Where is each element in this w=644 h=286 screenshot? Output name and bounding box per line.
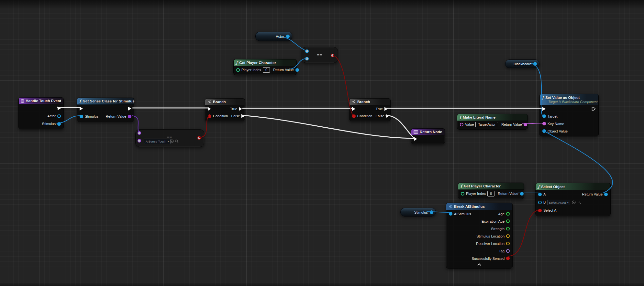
pin-label-a: A [543, 192, 546, 196]
collapse-node-chevron[interactable] [477, 263, 482, 266]
expiration-age-output-pin[interactable] [506, 219, 510, 223]
exec-in-pin[interactable] [80, 107, 83, 111]
target-input-pin[interactable] [542, 114, 546, 118]
node-subtitle: Target is Blackboard Component [542, 100, 596, 104]
class-input-b-pin[interactable] [138, 139, 141, 143]
node-header: ƒ Get Player Character [458, 183, 524, 190]
false-exec-out-pin[interactable] [241, 114, 245, 118]
b-input-pin[interactable] [538, 201, 542, 204]
stimulus-output-pin[interactable] [430, 210, 433, 214]
true-exec-out-pin[interactable] [239, 107, 242, 111]
receiver-location-output-pin[interactable] [506, 242, 510, 245]
node-equals-class[interactable]: == AISense Touch ▾ [135, 129, 204, 147]
age-output-pin[interactable] [506, 212, 510, 216]
exec-out-pin[interactable] [128, 107, 131, 111]
variable-label: Stimulus [414, 210, 428, 214]
node-title: Handle Touch Event [26, 99, 61, 103]
node-blackboard-variable[interactable]: Blackboard [505, 59, 539, 68]
player-index-input-pin[interactable] [236, 68, 240, 72]
node-get-player-character-top[interactable]: ƒ Get Player Character Player Index 0 Re… [233, 59, 297, 75]
exec-out-pin[interactable] [58, 106, 61, 110]
exec-in-pin[interactable] [414, 137, 417, 141]
class-select-value: AISense Touch [146, 140, 166, 143]
node-header: ƒ Get Player Character [234, 59, 296, 66]
node-get-sense-class-for-stimulus[interactable]: ƒ Get Sense Class for Stimulus Stimulus … [77, 98, 134, 122]
asset-select-dropdown[interactable]: Select Asset ▾ [547, 200, 570, 205]
node-title: Get Player Character [464, 184, 501, 188]
pin-label-false: False [375, 114, 384, 118]
pin-label-return-value: Return Value [498, 192, 518, 196]
chevron-down-icon: ▾ [168, 140, 169, 143]
node-select-object[interactable]: ƒ Select Object A Return Value B Select … [535, 183, 611, 216]
stimulus-input-pin[interactable] [80, 115, 83, 118]
actor-output-pin[interactable] [286, 35, 290, 38]
browse-asset-icon[interactable] [577, 200, 581, 204]
node-handle-touch-event[interactable]: Handle Touch Event Actor Stimulus [18, 97, 64, 129]
node-equals-object[interactable]: == [302, 47, 338, 63]
exec-in-pin[interactable] [352, 107, 355, 111]
successfully-sensed-output-pin[interactable] [506, 257, 510, 260]
browse-asset-icon[interactable] [175, 139, 179, 143]
function-icon: ƒ [538, 185, 539, 189]
aistimulus-input-pin[interactable] [449, 212, 452, 216]
pin-label-target: Target [548, 114, 558, 118]
return-value-output-pin[interactable] [520, 192, 524, 196]
exec-in-pin[interactable] [208, 107, 211, 111]
node-get-player-character-bottom[interactable]: ƒ Get Player Character Player Index 0 Re… [458, 183, 524, 199]
wire-sensed-to-selecta[interactable] [508, 210, 539, 256]
chevron-down-icon: ▾ [567, 201, 569, 204]
node-header: ƒ Select Object [536, 183, 610, 190]
node-branch-1[interactable]: Branch True Condition False [205, 98, 245, 121]
select-a-input-pin[interactable] [538, 209, 542, 212]
return-value-output-pin[interactable] [604, 193, 608, 196]
a-input-pin[interactable] [538, 193, 542, 196]
use-selected-icon[interactable] [170, 139, 174, 143]
use-selected-icon[interactable] [572, 200, 576, 204]
node-header: Break AIStimulus [446, 203, 512, 210]
node-title: Select Object [541, 185, 565, 189]
node-break-aistimulus[interactable]: Break AIStimulus AIStimulus Age Expirati… [446, 203, 513, 269]
name-value-field[interactable]: TargetActor [475, 122, 498, 127]
class-select-dropdown[interactable]: AISense Touch ▾ [144, 139, 171, 144]
condition-input-pin[interactable] [208, 114, 211, 118]
stimulus-location-output-pin[interactable] [506, 234, 510, 238]
pin-label-return-value: Return Value [273, 68, 294, 72]
node-actor-variable[interactable]: Actor [255, 32, 292, 41]
node-return-node[interactable]: Return Node [411, 128, 445, 144]
false-exec-out-pin[interactable] [386, 114, 389, 118]
equals-operator: == [167, 134, 172, 139]
node-make-literal-name[interactable]: ƒ Make Literal Name Value TargetActor Re… [457, 114, 528, 130]
node-set-value-as-object[interactable]: ƒ Set Value as Object Target is Blackboa… [539, 94, 599, 136]
pin-label-aistimulus: AIStimulus [454, 212, 471, 216]
blueprint-graph-canvas[interactable]: Handle Touch Event Actor Stimulus ƒ Get … [0, 0, 644, 286]
actor-output-pin[interactable] [57, 114, 61, 118]
return-value-output-pin[interactable] [524, 123, 527, 126]
node-title: Set Value as Object [545, 96, 580, 100]
pin-label-tag: Tag [499, 249, 505, 253]
condition-input-pin[interactable] [352, 114, 356, 118]
pin-label-b: B [543, 200, 546, 204]
strength-output-pin[interactable] [506, 227, 510, 230]
return-icon [414, 130, 418, 134]
player-index-value-field[interactable]: 0 [487, 191, 494, 196]
tag-output-pin[interactable] [506, 249, 510, 253]
player-index-input-pin[interactable] [461, 192, 464, 196]
event-icon [21, 99, 24, 103]
exec-in-pin[interactable] [542, 107, 546, 111]
branch-icon [352, 100, 356, 104]
true-exec-out-pin[interactable] [384, 107, 388, 111]
return-value-output-pin[interactable] [128, 115, 131, 118]
class-input-a-pin[interactable] [138, 131, 141, 135]
blackboard-output-pin[interactable] [533, 62, 537, 66]
bool-output-pin[interactable] [197, 136, 201, 140]
return-value-output-pin[interactable] [295, 68, 299, 72]
node-stimulus-variable[interactable]: Stimulus [400, 208, 436, 217]
node-branch-2[interactable]: Branch True Condition False [349, 98, 391, 121]
object-value-input-pin[interactable] [542, 129, 546, 133]
stimulus-output-pin[interactable] [57, 122, 61, 126]
bool-output-pin[interactable] [331, 54, 334, 57]
key-name-input-pin[interactable] [542, 122, 546, 125]
player-index-value-field[interactable]: 0 [263, 67, 270, 73]
value-input-pin[interactable] [460, 123, 463, 126]
exec-out-pin[interactable] [592, 107, 596, 111]
